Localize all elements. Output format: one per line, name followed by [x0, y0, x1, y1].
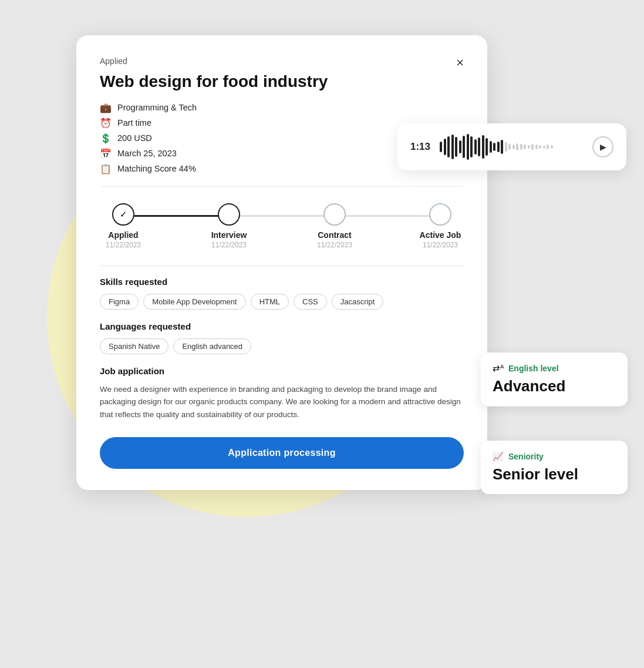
play-icon: ▶ [600, 142, 606, 152]
dollar-icon: 💲 [100, 133, 112, 144]
skills-section-title: Skills requested [100, 277, 464, 287]
step-label-applied: Applied [108, 230, 138, 240]
step-contract: Contract 11/22/2023 [311, 203, 358, 249]
step-date-activejob: 11/22/2023 [423, 241, 458, 249]
matching-text: Matching Score 44% [117, 164, 196, 173]
step-label-activejob: Active Job [420, 230, 461, 240]
seniority-label: Seniority [508, 452, 544, 461]
waveform [440, 134, 584, 160]
modal-header: Applied × [100, 56, 464, 69]
close-button[interactable]: × [456, 56, 464, 69]
play-button[interactable]: ▶ [592, 136, 613, 157]
calendar-icon: 📅 [100, 148, 112, 159]
divider-middle [100, 266, 464, 266]
step-date-applied: 11/22/2023 [106, 241, 141, 249]
date-text: March 25, 2023 [117, 149, 177, 158]
modal-card: Applied × Web design for food industry 💼… [76, 35, 487, 490]
salary-text: 200 USD [117, 133, 152, 143]
checkmark-icon: ✓ [120, 209, 127, 220]
job-title: Web design for food industry [100, 72, 464, 92]
step-circle-applied: ✓ [112, 203, 134, 226]
category-icon: 💼 [100, 102, 112, 113]
step-circle-contract [323, 203, 346, 226]
clock-icon: ⏰ [100, 118, 112, 129]
tag-js: Jacascript [332, 294, 384, 310]
job-description: We need a designer with experience in br… [100, 383, 464, 421]
tag-spanish: Spanish Native [100, 338, 168, 354]
tag-html: HTML [251, 294, 289, 310]
progress-steps: ✓ Applied 11/22/2023 Interview 11/22/202… [100, 197, 464, 255]
seniority-label-row: 📈 Seniority [493, 451, 616, 462]
step-interview: Interview 11/22/2023 [205, 203, 252, 249]
english-label-row: ⇄ᴬ English level [493, 363, 616, 374]
job-application-title: Job application [100, 366, 464, 376]
english-level-card: ⇄ᴬ English level Advanced [481, 353, 628, 407]
skills-tags: Figma Mobile App Development HTML CSS Ja… [100, 294, 464, 310]
step-activejob: Active Job 11/22/2023 [417, 203, 464, 249]
applied-badge: Applied [100, 56, 127, 66]
step-applied: ✓ Applied 11/22/2023 [100, 203, 147, 249]
score-icon: 📋 [100, 163, 112, 174]
application-processing-button[interactable]: Application processing [100, 437, 464, 469]
step-circle-interview [218, 203, 240, 226]
category-text: Programming & Tech [117, 103, 197, 112]
job-type-text: Part time [117, 118, 151, 127]
english-value: Advanced [493, 377, 616, 395]
seniority-value: Senior level [493, 465, 616, 484]
tag-mobile: Mobile App Development [143, 294, 246, 310]
step-label-contract: Contract [318, 230, 352, 240]
divider-top [100, 186, 464, 187]
seniority-card: 📈 Seniority Senior level [481, 441, 628, 494]
languages-section-title: Languages requested [100, 321, 464, 331]
tag-css: CSS [294, 294, 327, 310]
tag-english: English advanced [173, 338, 251, 354]
language-tags: Spanish Native English advanced [100, 338, 464, 354]
step-date-contract: 11/22/2023 [317, 241, 352, 249]
audio-card: 1:13 ▶ [397, 123, 626, 170]
meta-category: 💼 Programming & Tech [100, 102, 464, 113]
chart-icon: 📈 [493, 451, 504, 462]
step-label-interview: Interview [211, 230, 247, 240]
audio-time: 1:13 [410, 141, 431, 153]
tag-figma: Figma [100, 294, 139, 310]
step-date-interview: 11/22/2023 [211, 241, 247, 249]
step-circle-activejob [429, 203, 451, 226]
translate-icon: ⇄ᴬ [493, 363, 504, 374]
english-label: English level [508, 364, 559, 373]
steps-track [123, 215, 440, 217]
